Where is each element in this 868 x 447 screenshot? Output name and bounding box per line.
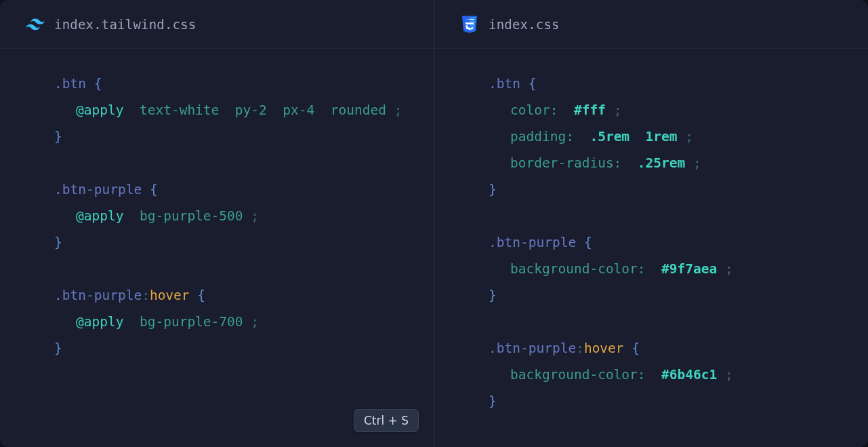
code-line: .btn {: [54, 71, 407, 97]
left-panel: index.tailwind.css .btn { @apply text-wh…: [0, 0, 434, 447]
right-code-area[interactable]: .btn { color: #fff ; padding: .5rem 1rem…: [434, 49, 868, 447]
code-line: .btn-purple {: [54, 176, 407, 203]
css3-icon: [460, 15, 479, 34]
code-line: background-color: #9f7aea ;: [489, 256, 841, 282]
code-line: padding: .5rem 1rem ;: [489, 123, 841, 150]
code-line: @apply text-white py-2 px-4 rounded ;: [54, 97, 407, 123]
right-panel: index.css .btn { color: #fff ; padding: …: [434, 0, 868, 447]
blank-line: [489, 309, 841, 335]
code-line: .btn-purple:hover {: [489, 335, 841, 362]
code-line: }: [489, 176, 841, 203]
code-line: @apply bg-purple-500 ;: [54, 203, 407, 229]
left-tab-title[interactable]: index.tailwind.css: [54, 17, 197, 32]
save-shortcut-badge: Ctrl + S: [354, 409, 419, 432]
code-line: .btn {: [489, 71, 841, 97]
code-line: }: [489, 282, 841, 309]
left-code-area[interactable]: .btn { @apply text-white py-2 px-4 round…: [0, 49, 434, 447]
editor-container: index.tailwind.css .btn { @apply text-wh…: [0, 0, 868, 447]
code-line: .btn-purple:hover {: [54, 282, 407, 309]
code-line: border-radius: .25rem ;: [489, 150, 841, 176]
code-line: .btn-purple {: [489, 229, 841, 256]
blank-line: [54, 256, 407, 282]
code-line: }: [489, 388, 841, 414]
left-tab-bar: index.tailwind.css: [0, 0, 434, 49]
code-line: @apply bg-purple-700 ;: [54, 309, 407, 335]
blank-line: [54, 150, 407, 176]
code-line: }: [54, 335, 407, 362]
right-tab-bar: index.css: [434, 0, 868, 49]
code-line: }: [54, 123, 407, 150]
code-line: color: #fff ;: [489, 97, 841, 123]
code-line: background-color: #6b46c1 ;: [489, 362, 841, 388]
blank-line: [489, 203, 841, 229]
code-line: }: [54, 229, 407, 256]
right-tab-title[interactable]: index.css: [489, 17, 560, 32]
tailwind-icon: [26, 15, 45, 34]
